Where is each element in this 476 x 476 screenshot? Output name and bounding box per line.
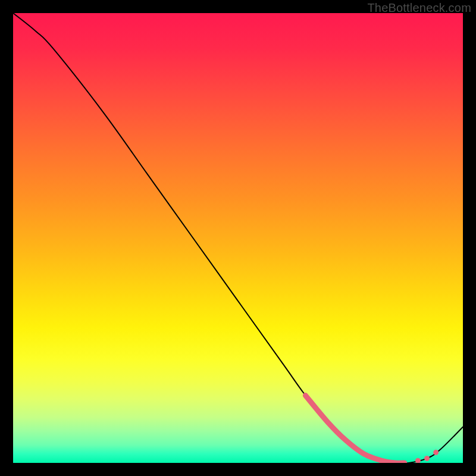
optimal-zone-dot: [415, 458, 421, 463]
chart-svg: [13, 13, 463, 463]
optimal-zone-dot: [424, 456, 430, 461]
optimal-zone-dot: [433, 450, 439, 455]
plot-area: [13, 13, 463, 463]
bottleneck-curve: [13, 13, 463, 463]
optimal-zone-dots: [415, 450, 439, 463]
chart-container: TheBottleneck.com: [0, 0, 476, 476]
optimal-zone-segment: [305, 396, 404, 463]
attribution-text: TheBottleneck.com: [367, 1, 471, 15]
